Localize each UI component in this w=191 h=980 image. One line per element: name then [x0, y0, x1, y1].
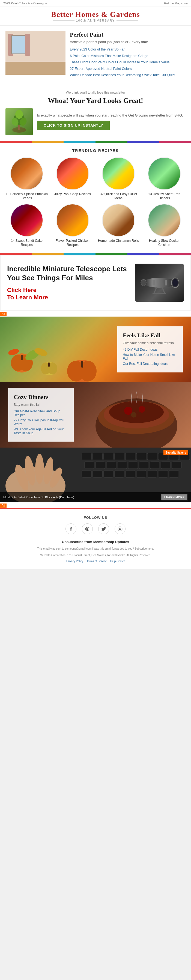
strip2-orange — [32, 253, 64, 255]
cozy-heading: Cozy Dinners — [14, 393, 68, 400]
svg-rect-53 — [139, 462, 149, 469]
strip-orange — [32, 141, 64, 143]
telescope-ad: Incredible Miniature Telescope Lets You … — [0, 255, 191, 310]
svg-rect-38 — [82, 453, 91, 460]
security-bottom-bar: Most Brits Didn't Know How To Block Ads … — [0, 492, 191, 502]
paint-link-2[interactable]: 6 Paint Color Mistakes That Make Designe… — [70, 54, 186, 59]
paint-link-3[interactable]: These Front Door Paint Colors Could Incr… — [70, 60, 186, 65]
promo-header-text: We think you'll totally love this newsle… — [5, 91, 186, 94]
cozy-section: Cozy Dinners Stay warm this fall Our Mos… — [0, 382, 191, 447]
email-container: 2023 Paint Colors Are Coming In Get the … — [0, 0, 191, 569]
strip-pink — [159, 141, 191, 143]
recipe-label-4: 13 Healthy Sheet-Pan Dinners — [143, 192, 186, 200]
terms-link[interactable]: Terms of Service — [86, 560, 107, 563]
ad-label-container-2: Ad — [0, 502, 191, 508]
fall-link-3[interactable]: Our Best Fall Decorating Ideas — [123, 361, 177, 366]
svg-rect-58 — [93, 471, 102, 477]
svg-rect-60 — [115, 471, 124, 477]
top-bar-right[interactable]: Get the Magazine — [164, 2, 188, 5]
pinterest-icon[interactable] — [82, 523, 93, 535]
strip2-green — [96, 253, 127, 255]
svg-rect-39 — [93, 453, 102, 460]
svg-rect-63 — [147, 471, 157, 477]
svg-line-10 — [154, 287, 157, 294]
facebook-icon[interactable] — [65, 523, 76, 535]
promo-signup-button[interactable]: CLICK TO SIGN UP INSTANTLY — [37, 121, 110, 130]
recipe-item-5[interactable]: 14 Sweet Bundt Cake Recipes — [5, 204, 48, 247]
paint-link-1[interactable]: Every 2023 Color of the Year So Far — [70, 47, 186, 52]
color-strip-mid — [0, 253, 191, 255]
cozy-link-1[interactable]: Our Most-Loved Stew and Soup Recipes — [14, 409, 68, 417]
svg-rect-50 — [107, 462, 116, 469]
svg-rect-64 — [158, 471, 168, 477]
twitter-icon[interactable] — [98, 523, 109, 535]
footer-company: Meredith Corporation, 1716 Locust Street… — [16, 553, 175, 558]
svg-line-11 — [162, 287, 165, 294]
svg-rect-52 — [128, 462, 138, 469]
security-learn-more-button[interactable]: LEARN MORE — [161, 494, 188, 501]
svg-point-9 — [141, 280, 146, 286]
fall-link-2[interactable]: How to Make Your Home Smell Like Fall — [123, 353, 177, 360]
footer-unsub[interactable]: Unsubscribe from Membership Updates — [6, 540, 185, 544]
anniversary-text: 100th ANNIVERSARY — [76, 19, 115, 22]
room-window — [11, 35, 27, 54]
strip-green — [96, 141, 127, 143]
security-ad: Security Savers Most Brits Didn't Know H… — [0, 447, 191, 502]
room-floor — [5, 62, 65, 75]
recipe-circle-1 — [10, 157, 43, 190]
curtain-right — [25, 34, 30, 56]
recipe-item-8[interactable]: Healthy Slow Cooker Chicken — [143, 204, 186, 247]
header-divider-left — [53, 21, 75, 21]
recipe-item-6[interactable]: Flavor-Packed Chicken Recipes — [51, 204, 94, 247]
trending-heading: TRENDING RECIPES — [5, 148, 186, 153]
strip-blue — [127, 141, 159, 143]
cozy-link-3[interactable]: We Know Your Age Based on Your Taste in … — [14, 427, 68, 435]
ad-label-text-2: Ad — [0, 504, 6, 508]
svg-rect-51 — [117, 462, 127, 469]
instagram-icon[interactable] — [115, 523, 126, 535]
paint-image — [5, 31, 65, 75]
promo-image — [5, 108, 33, 135]
recipe-item-7[interactable]: Homemade Cinnamon Rolls — [97, 204, 140, 247]
recipe-label-1: 13 Perfectly-Spiced Pumpkin Breads — [5, 192, 48, 200]
svg-rect-62 — [137, 471, 146, 477]
telescope-cta[interactable]: Click Here To Learn More — [7, 286, 129, 301]
top-bar: 2023 Paint Colors Are Coming In Get the … — [0, 0, 191, 7]
help-center-link[interactable]: Help Center — [110, 560, 125, 563]
recipe-label-3: 32 Quick and Easy Skillet Ideas — [97, 192, 140, 200]
privacy-policy-link[interactable]: Privacy Policy — [66, 560, 83, 563]
plant-svg — [10, 110, 29, 134]
svg-rect-57 — [82, 471, 91, 477]
recipe-item-2[interactable]: Juicy Pork Chop Recipes — [51, 157, 94, 200]
cozy-link-2[interactable]: 29 Cozy Chili Recipes to Keep You Warm — [14, 418, 68, 426]
brand-name: Better Homes & Gardens — [5, 10, 186, 19]
svg-rect-56 — [172, 462, 181, 469]
security-badge: Security Savers — [164, 450, 188, 455]
fall-heading: Feels Like Fall — [123, 332, 177, 339]
recipe-circle-4 — [148, 157, 181, 190]
svg-rect-43 — [137, 453, 146, 460]
recipe-item-1[interactable]: 13 Perfectly-Spiced Pumpkin Breads — [5, 157, 48, 200]
recipe-circle-7 — [102, 204, 135, 237]
recipe-item-3[interactable]: 32 Quick and Easy Skillet Ideas — [97, 157, 140, 200]
svg-point-69 — [35, 454, 44, 484]
svg-rect-54 — [150, 462, 160, 469]
security-caption: Most Brits Didn't Know How To Block Ads … — [3, 496, 74, 499]
svg-rect-55 — [161, 462, 170, 469]
fall-link-1[interactable]: 42 DIY Fall Decor Ideas — [123, 347, 177, 351]
recipe-label-8: Healthy Slow Cooker Chicken — [143, 239, 186, 247]
svg-point-34 — [124, 407, 132, 415]
telescope-text: Incredible Miniature Telescope Lets You … — [7, 264, 129, 301]
cozy-subtitle: Stay warm this fall — [14, 402, 68, 406]
recipe-label-5: 14 Sweet Bundt Cake Recipes — [5, 239, 48, 247]
top-bar-left[interactable]: 2023 Paint Colors Are Coming In — [3, 2, 47, 5]
recipe-circle-6 — [56, 204, 89, 237]
room-illustration — [5, 31, 65, 75]
recipe-item-4[interactable]: 13 Healthy Sheet-Pan Dinners — [143, 157, 186, 200]
paint-link-4[interactable]: 27 Expert-Approved Neutral Paint Colors — [70, 67, 186, 72]
svg-rect-59 — [104, 471, 113, 477]
paint-link-5[interactable]: Which Decade Best Describes Your Decorat… — [70, 73, 186, 78]
telescope-heading: Incredible Miniature Telescope Lets You … — [7, 264, 129, 283]
recipe-circle-5 — [10, 204, 43, 237]
recipe-label-2: Juicy Pork Chop Recipes — [51, 192, 94, 196]
